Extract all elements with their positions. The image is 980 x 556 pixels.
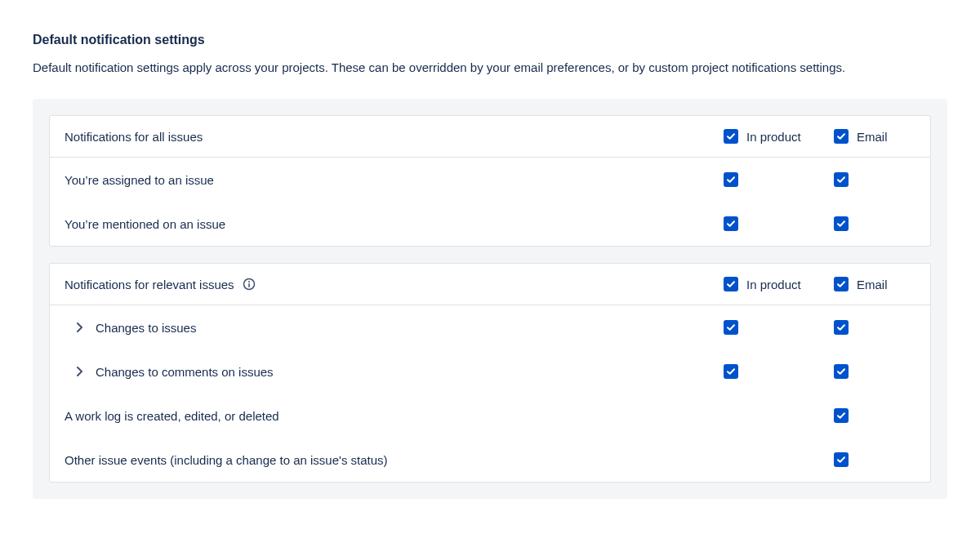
row-assigned: You’re assigned to an issue bbox=[50, 158, 930, 202]
changes-comments-in-product-checkbox[interactable] bbox=[724, 364, 738, 379]
row-mentioned-label: You’re mentioned on an issue bbox=[65, 217, 724, 231]
info-icon[interactable] bbox=[243, 278, 256, 291]
chevron-right-icon[interactable] bbox=[74, 322, 84, 332]
relevant-header-in-product-checkbox[interactable] bbox=[724, 277, 738, 291]
svg-rect-2 bbox=[248, 283, 250, 287]
chevron-right-icon[interactable] bbox=[74, 367, 84, 376]
assigned-in-product-checkbox[interactable] bbox=[724, 172, 738, 187]
page-description: Default notification settings apply acro… bbox=[33, 59, 947, 76]
group-all-issues-title: Notifications for all issues bbox=[65, 130, 724, 144]
column-label-email: Email bbox=[857, 278, 888, 291]
row-other: Other issue events (including a change t… bbox=[50, 438, 930, 482]
changes-comments-email-checkbox[interactable] bbox=[834, 364, 849, 379]
other-email-checkbox[interactable] bbox=[834, 452, 849, 467]
row-changes-issues-label: Changes to issues bbox=[96, 321, 196, 335]
row-other-label: Other issue events (including a change t… bbox=[65, 453, 724, 467]
mentioned-in-product-checkbox[interactable] bbox=[724, 216, 738, 231]
row-worklog-label: A work log is created, edited, or delete… bbox=[65, 409, 724, 423]
group-all-issues: Notifications for all issues In product … bbox=[49, 115, 931, 247]
row-mentioned: You’re mentioned on an issue bbox=[50, 202, 930, 246]
column-label-in-product: In product bbox=[746, 130, 801, 144]
changes-issues-in-product-checkbox[interactable] bbox=[724, 320, 738, 335]
row-worklog: A work log is created, edited, or delete… bbox=[50, 394, 930, 438]
row-changes-comments-label: Changes to comments on issues bbox=[96, 365, 274, 379]
page-title: Default notification settings bbox=[33, 33, 947, 47]
group-relevant-issues-title: Notifications for relevant issues bbox=[65, 278, 234, 291]
group-all-issues-header: Notifications for all issues In product … bbox=[50, 116, 930, 158]
row-changes-issues: Changes to issues bbox=[50, 305, 930, 349]
group-relevant-issues-header: Notifications for relevant issues In pro… bbox=[50, 264, 930, 305]
svg-point-1 bbox=[248, 281, 250, 282]
all-issues-header-email-checkbox[interactable] bbox=[834, 129, 849, 144]
row-assigned-label: You’re assigned to an issue bbox=[65, 173, 724, 187]
relevant-header-email-checkbox[interactable] bbox=[834, 277, 849, 291]
settings-panel: Notifications for all issues In product … bbox=[33, 99, 947, 499]
worklog-email-checkbox[interactable] bbox=[834, 408, 849, 423]
group-relevant-issues: Notifications for relevant issues In pro… bbox=[49, 263, 931, 483]
all-issues-header-in-product-checkbox[interactable] bbox=[724, 129, 738, 144]
assigned-email-checkbox[interactable] bbox=[834, 172, 849, 187]
mentioned-email-checkbox[interactable] bbox=[834, 216, 849, 231]
column-label-email: Email bbox=[857, 130, 888, 144]
changes-issues-email-checkbox[interactable] bbox=[834, 320, 849, 335]
column-label-in-product: In product bbox=[746, 278, 801, 291]
row-changes-comments: Changes to comments on issues bbox=[50, 349, 930, 394]
